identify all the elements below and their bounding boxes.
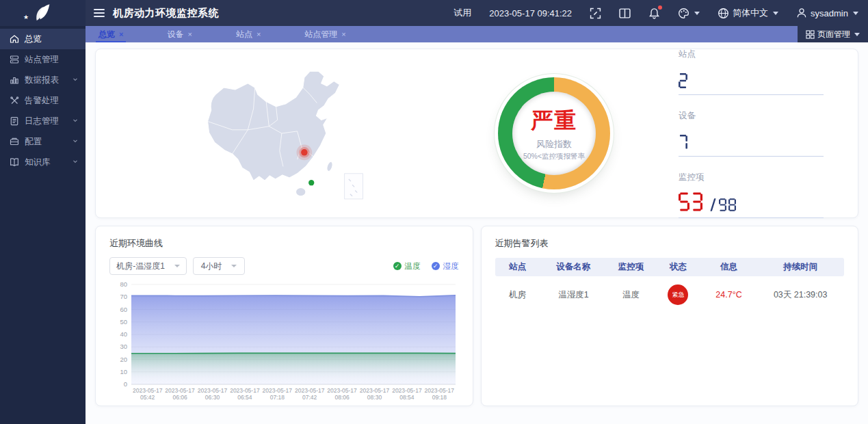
- language-switcher[interactable]: 简体中文: [718, 7, 778, 19]
- svg-text:50: 50: [120, 318, 127, 326]
- alarm-list-title: 近期告警列表: [495, 237, 845, 250]
- sidebar-item-label: 站点管理: [25, 54, 79, 66]
- svg-text:07:18: 07:18: [270, 394, 285, 401]
- tab-label: 站点管理: [304, 29, 337, 40]
- grid-icon: [806, 30, 815, 39]
- sidebar-nav: 总览站点管理数据报表告警处理日志管理配置知识库: [0, 26, 86, 172]
- main-content: 严重 风险指数 50%<监控项报警率 站点设备监控项 近期环境曲线 机房-温湿度…: [86, 42, 868, 424]
- logo[interactable]: ★: [0, 0, 86, 26]
- app-root: ★ 总览站点管理数据报表告警处理日志管理配置知识库 机房动力环境监控系统 试用 …: [0, 0, 868, 424]
- overview-icon: [10, 34, 19, 44]
- sidebar-item-label: 数据报表: [25, 75, 72, 86]
- legend-温度[interactable]: ✓温度: [393, 261, 421, 271]
- map-marker-alarm[interactable]: [297, 145, 313, 161]
- svg-text:09:18: 09:18: [432, 394, 447, 401]
- chevron-down-icon: [72, 75, 79, 85]
- tab-close-icon[interactable]: ×: [119, 30, 123, 38]
- alarm-col-持续时间: 持续时间: [757, 258, 844, 276]
- datetime-display: 2023-05-17 09:41:22: [489, 8, 572, 18]
- chevron-down-icon: [231, 265, 237, 267]
- logo-swoosh-icon: [31, 3, 55, 23]
- tab-overview[interactable]: 总览×: [94, 26, 127, 42]
- page-title: 机房动力环境监控系统: [113, 7, 219, 20]
- stat-label: 设备: [679, 110, 824, 122]
- svg-text:70: 70: [120, 293, 127, 300]
- user-menu[interactable]: sysadmin: [796, 8, 858, 18]
- svg-text:08:06: 08:06: [334, 394, 350, 401]
- chart-controls: 机房-温湿度1 4小时 ✓温度✓湿度: [109, 257, 459, 275]
- alarm-site: 机房: [495, 276, 540, 313]
- sidebar-item-overview[interactable]: 总览: [0, 29, 86, 49]
- tab-close-icon[interactable]: ×: [341, 30, 345, 38]
- stat-设备: 设备: [679, 110, 824, 157]
- check-icon: ✓: [393, 262, 402, 270]
- chevron-down-icon: [72, 157, 79, 167]
- tab-device[interactable]: 设备×: [163, 26, 196, 42]
- split-view-button[interactable]: [619, 8, 631, 18]
- alarm-col-状态: 状态: [655, 258, 700, 276]
- notifications-button[interactable]: [648, 8, 660, 19]
- stat-value: [679, 68, 824, 88]
- map-marker-normal[interactable]: [308, 180, 314, 185]
- risk-caption: 风险指数: [536, 138, 572, 150]
- caret-down-icon: [773, 12, 778, 15]
- alarm-item: 温度: [607, 276, 655, 313]
- device-select[interactable]: 机房-温湿度1: [109, 257, 187, 275]
- caret-down-icon: [694, 12, 700, 15]
- logo-star-icon: ★: [23, 14, 29, 21]
- sidebar-item-label: 告警处理: [25, 95, 79, 107]
- alarm-table: 站点设备名称监控项状态信息持续时间 机房温湿度1温度紧急24.7°C03天 21…: [495, 258, 845, 313]
- site-management-icon: [10, 55, 19, 64]
- env-curve-title: 近期环境曲线: [109, 237, 459, 250]
- legend-湿度[interactable]: ✓湿度: [432, 261, 459, 271]
- stat-站点: 站点: [679, 49, 824, 95]
- svg-text:2023-05-17: 2023-05-17: [295, 387, 325, 394]
- tab-site[interactable]: 站点×: [232, 26, 265, 42]
- svg-text:2023-05-17: 2023-05-17: [392, 387, 422, 394]
- range-select[interactable]: 4小时: [193, 257, 245, 275]
- sidebar-item-alarm-handling[interactable]: 告警处理: [0, 90, 86, 111]
- check-icon: ✓: [432, 262, 440, 270]
- user-icon: [796, 8, 807, 18]
- tab-site-management[interactable]: 站点管理×: [300, 26, 350, 42]
- split-view-icon: [619, 8, 631, 18]
- collapse-menu-icon[interactable]: [94, 9, 105, 17]
- sidebar-item-site-management[interactable]: 站点管理: [0, 49, 86, 70]
- stat-label: 监控项: [679, 172, 824, 183]
- svg-text:60: 60: [120, 306, 127, 313]
- risk-gauge: 严重 风险指数 50%<监控项报警率: [494, 73, 614, 194]
- tab-label: 总览: [98, 29, 115, 40]
- svg-text:06:06: 06:06: [172, 394, 187, 401]
- right-column: 机房动力环境监控系统 试用 2023-05-17 09:41:22: [86, 0, 868, 424]
- risk-gauge-ring: 严重 风险指数 50%<监控项报警率: [498, 77, 610, 189]
- svg-text:2023-05-17: 2023-05-17: [360, 387, 390, 394]
- alarm-row: 机房温湿度1温度紧急24.7°C03天 21:39:03: [495, 276, 845, 313]
- alarm-status: 紧急: [655, 276, 700, 313]
- svg-text:05:42: 05:42: [140, 394, 155, 401]
- theme-button[interactable]: [678, 8, 700, 19]
- sidebar-item-data-report[interactable]: 数据报表: [0, 70, 86, 90]
- risk-gauge-center: 严重 风险指数 50%<监控项报警率: [512, 92, 596, 175]
- legend-label: 温度: [405, 261, 421, 271]
- stat-value: [679, 129, 824, 150]
- page-manage-button[interactable]: 页面管理: [798, 26, 868, 42]
- tab-close-icon[interactable]: ×: [257, 30, 261, 38]
- svg-text:2023-05-17: 2023-05-17: [198, 387, 228, 394]
- svg-text:07:42: 07:42: [302, 394, 317, 401]
- chevron-down-icon: [72, 116, 79, 126]
- configuration-icon: [10, 137, 19, 146]
- fullscreen-button[interactable]: [590, 8, 601, 19]
- svg-text:2023-05-17: 2023-05-17: [165, 387, 195, 394]
- alarm-col-站点: 站点: [495, 258, 540, 276]
- svg-text:30: 30: [120, 343, 127, 350]
- alarm-list-card: 近期告警列表 站点设备名称监控项状态信息持续时间 机房温湿度1温度紧急24.7°…: [481, 226, 859, 406]
- svg-text:08:54: 08:54: [399, 394, 415, 401]
- sidebar-item-label: 日志管理: [25, 116, 72, 127]
- svg-text:06:30: 06:30: [205, 394, 220, 401]
- sidebar-item-knowledge-base[interactable]: 知识库: [0, 152, 86, 172]
- sidebar-item-log-management[interactable]: 日志管理: [0, 111, 86, 131]
- env-curve-chart: 010203040506070802023-05-1705:422023-05-…: [109, 279, 459, 407]
- tab-close-icon[interactable]: ×: [187, 30, 192, 38]
- sidebar-item-configuration[interactable]: 配置: [0, 131, 86, 152]
- tab-label: 设备: [167, 29, 183, 40]
